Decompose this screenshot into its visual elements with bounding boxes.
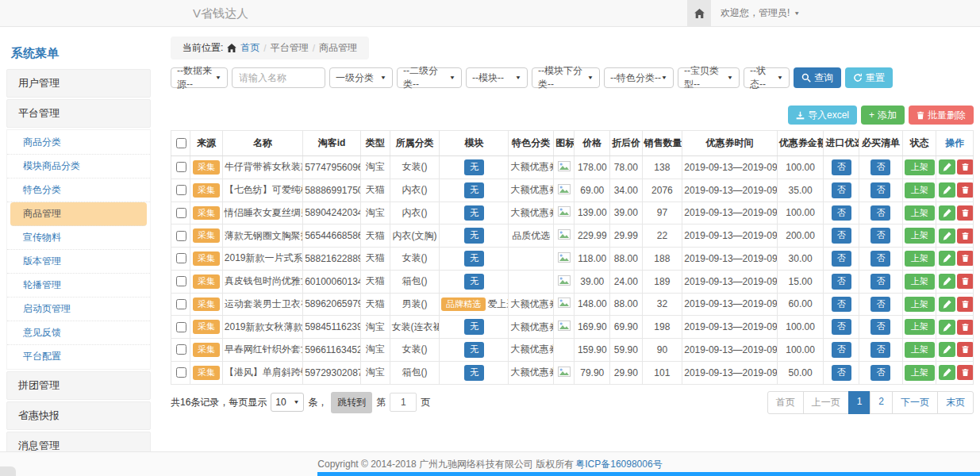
- delete-button[interactable]: [957, 228, 973, 244]
- module-badge: 无: [464, 365, 484, 381]
- delete-button[interactable]: [957, 297, 973, 312]
- jump-page-input[interactable]: [390, 393, 417, 412]
- data-source-select[interactable]: --数据来源--▼: [171, 67, 228, 88]
- topbar-right: 欢迎您，管理员! ▼: [687, 0, 809, 26]
- sidebar-subitem[interactable]: 版本管理: [7, 250, 150, 274]
- sidebar-item[interactable]: 省惠快报: [6, 401, 151, 430]
- status-select[interactable]: --状态--▼: [744, 67, 790, 88]
- source-cell: 采集: [190, 156, 223, 179]
- row-checkbox[interactable]: [176, 253, 186, 263]
- module-sub-category-select[interactable]: --模块下分类--▼: [532, 67, 600, 88]
- delete-button[interactable]: [957, 320, 973, 335]
- delete-button[interactable]: [957, 251, 973, 266]
- delete-button[interactable]: [957, 205, 973, 221]
- edit-button[interactable]: [939, 251, 955, 266]
- sidebar-subitem[interactable]: 平台配置: [7, 345, 150, 368]
- row-checkbox[interactable]: [176, 367, 186, 378]
- row-checkbox[interactable]: [176, 299, 186, 309]
- sidebar-subitem[interactable]: 意见反馈: [7, 321, 150, 345]
- pagination-button[interactable]: 末页: [937, 391, 974, 414]
- edit-button[interactable]: [939, 297, 955, 312]
- pagination-button[interactable]: 上一页: [803, 391, 849, 414]
- import-pick-cell: 否: [824, 225, 859, 248]
- user-menu[interactable]: 欢迎您，管理员! ▼: [711, 0, 809, 26]
- name-input[interactable]: [232, 67, 325, 88]
- type-cell: 天猫: [361, 293, 390, 316]
- edit-button[interactable]: [939, 159, 955, 175]
- import-pick-badge: 否: [832, 251, 851, 267]
- pagination-button[interactable]: 1: [848, 391, 871, 414]
- checkbox-cell: [171, 270, 190, 293]
- add-button[interactable]: + 添加: [861, 106, 905, 125]
- edit-button[interactable]: [939, 228, 955, 244]
- row-checkbox[interactable]: [176, 344, 186, 355]
- feature-cell: 大额优惠券: [509, 293, 554, 316]
- row-checkbox[interactable]: [176, 231, 186, 241]
- row-checkbox[interactable]: [176, 322, 186, 332]
- module-badge: 无: [464, 205, 484, 221]
- row-checkbox[interactable]: [176, 162, 186, 172]
- edit-button[interactable]: [939, 342, 955, 357]
- sidebar-subitem[interactable]: 商品分类: [7, 131, 150, 155]
- item-type-select[interactable]: --宝贝类型--▼: [678, 67, 740, 88]
- search-button[interactable]: 查询: [794, 67, 841, 88]
- row-checkbox[interactable]: [176, 208, 186, 218]
- batch-delete-button[interactable]: 批量删除: [909, 106, 974, 125]
- status-badge: 上架: [905, 297, 935, 313]
- column-header: 淘客id: [303, 131, 361, 156]
- products-table: 来源名称淘客id类型所属分类模块特色分类图标价格折后价销售数量优惠券时间优惠券金…: [171, 130, 974, 385]
- edit-button[interactable]: [939, 274, 955, 289]
- delete-button[interactable]: [957, 274, 973, 289]
- row-checkbox[interactable]: [176, 276, 186, 286]
- edit-button[interactable]: [939, 205, 955, 221]
- breadcrumb-separator: /: [263, 43, 266, 54]
- breadcrumb-item: 平台管理: [271, 41, 309, 55]
- icp-link[interactable]: 粤ICP备16098006号: [575, 458, 662, 471]
- select-all-checkbox[interactable]: [176, 138, 186, 148]
- import-pick-cell: 否: [824, 178, 859, 202]
- pagination-button[interactable]: 2: [870, 391, 893, 414]
- table-header-row: 来源名称淘客id类型所属分类模块特色分类图标价格折后价销售数量优惠券时间优惠券金…: [171, 131, 974, 156]
- pagination-button[interactable]: 首页: [767, 391, 804, 414]
- product-image-icon: [558, 161, 571, 171]
- reset-button[interactable]: 重置: [845, 67, 893, 88]
- delete-button[interactable]: [957, 159, 973, 175]
- feature-category-select[interactable]: --特色分类--▼: [604, 67, 674, 88]
- breadcrumb-home-link[interactable]: 首页: [240, 41, 259, 55]
- taoke-id-cell: 598451162391: [303, 316, 361, 339]
- import-pick-badge: 否: [832, 159, 851, 175]
- actions-cell: [936, 361, 974, 384]
- row-checkbox[interactable]: [176, 185, 186, 195]
- import-pick-badge: 否: [832, 319, 851, 335]
- delete-button[interactable]: [957, 182, 973, 198]
- sidebar-subitem[interactable]: 宣传物料: [7, 226, 150, 250]
- edit-button[interactable]: [939, 320, 955, 335]
- module-select[interactable]: --模块--▼: [466, 67, 528, 88]
- pagination-button[interactable]: 下一页: [892, 391, 938, 414]
- checkbox-cell: [171, 339, 190, 362]
- product-image-icon: [558, 184, 571, 194]
- level2-category-select[interactable]: --二级分类--▼: [397, 67, 462, 88]
- sidebar-subitem[interactable]: 特色分类: [7, 178, 150, 202]
- sidebar-subitem[interactable]: 轮播管理: [7, 274, 150, 298]
- caret-down-icon: ▼: [661, 75, 667, 80]
- sidebar-item[interactable]: 平台管理: [6, 99, 151, 128]
- sales-cell: 101: [642, 361, 682, 384]
- delete-button[interactable]: [957, 365, 973, 380]
- sidebar-item[interactable]: 用户管理: [6, 69, 151, 98]
- sidebar-item[interactable]: 拼团管理: [6, 371, 151, 400]
- app-brand: V省钱达人: [193, 6, 248, 21]
- import-excel-button[interactable]: 导入excel: [788, 106, 857, 125]
- delete-button[interactable]: [957, 342, 973, 357]
- sidebar-subitem[interactable]: 模块商品分类: [7, 155, 150, 178]
- home-button[interactable]: [687, 0, 711, 26]
- edit-button[interactable]: [939, 365, 955, 380]
- sidebar-subitem[interactable]: 商品管理: [10, 202, 147, 226]
- jump-button[interactable]: 跳转到: [331, 392, 372, 413]
- sidebar-subitem[interactable]: 启动页管理: [7, 298, 150, 321]
- coupon-time-cell: 2019-09-13—2019-09-19: [682, 248, 778, 271]
- level1-category-select[interactable]: 一级分类▼: [329, 67, 393, 88]
- status-cell: 上架: [902, 270, 936, 293]
- edit-button[interactable]: [939, 182, 955, 198]
- page-size-select[interactable]: 10 ▼: [271, 393, 304, 412]
